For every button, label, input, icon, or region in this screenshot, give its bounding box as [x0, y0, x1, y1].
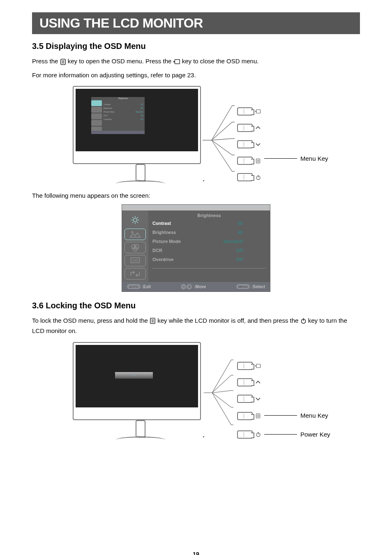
- text-fragment: key to close the OSD menu.: [182, 58, 259, 65]
- osd-row-dcr: DCR Off: [152, 246, 266, 255]
- osd-menu-enlarged: OSD Brightness Contrast 50 Brightness 40: [0, 204, 392, 292]
- source-icon: [255, 363, 261, 368]
- physical-button: [237, 395, 253, 403]
- menu-icon: [255, 413, 261, 419]
- section-3-6-heading: 3.6 Locking the OSD Menu: [32, 301, 360, 310]
- physical-button: [237, 378, 253, 386]
- osd-footer: AUTO :Exit − + :Move MENU :Select: [122, 282, 270, 291]
- text-fragment: To lock the OSD menu, press and hold the: [32, 317, 150, 324]
- button-column: [237, 358, 261, 444]
- osd-hint-button: MENU: [236, 284, 250, 289]
- osd-row-label: Picture Mode: [152, 239, 189, 244]
- monitor-outline: ——— ●Neovo: [73, 342, 208, 440]
- callout-label: Menu Key: [300, 155, 328, 162]
- callout-bracket: [203, 357, 235, 432]
- osd-row-picture-mode: Picture Mode Standard: [152, 237, 266, 246]
- brand-label: ●Neovo: [136, 179, 145, 182]
- osd-title: Brightness: [152, 210, 266, 219]
- osd-row-label: Contrast: [152, 221, 189, 226]
- physical-button: [237, 430, 253, 439]
- chevron-up-icon: [255, 126, 261, 130]
- osd-mini: Brightness Contrast50 Brightness40 Pictu…: [91, 97, 145, 134]
- osd-tab-brightness: [125, 213, 146, 227]
- chevron-down-icon: [255, 397, 261, 401]
- source-icon: [173, 59, 180, 65]
- svg-rect-33: [256, 364, 261, 367]
- osd-row-brightness: Brightness 40: [152, 228, 266, 237]
- callout-menu-key: Menu Key: [264, 412, 328, 419]
- power-icon: [255, 175, 261, 180]
- osd-row-overdrive: Overdrive Off: [152, 255, 266, 264]
- osd-row-contrast: Contrast 50: [152, 219, 266, 228]
- osd-hint-label: :Move: [194, 284, 206, 289]
- osd-row-value: Standard: [214, 239, 243, 244]
- osd-tab-color: [125, 242, 146, 253]
- diagram-osd-lock: ——— ●Neovo: [0, 340, 392, 442]
- osd-row-value: 40: [214, 230, 243, 235]
- callout-label: Menu Key: [300, 412, 328, 419]
- diagram-osd-open: Brightness Contrast50 Brightness40 Pictu…: [0, 84, 392, 183]
- osd-tab-osd: OSD: [125, 255, 146, 266]
- svg-rect-4: [175, 60, 180, 64]
- callout-power-key: Power Key: [264, 431, 330, 438]
- physical-button: [237, 362, 253, 370]
- osd-tab-image: [125, 229, 146, 240]
- osd-row-label: DCR: [152, 248, 189, 253]
- brand-label: ●Neovo: [136, 435, 145, 438]
- button-column: [237, 103, 261, 185]
- svg-line-20: [137, 217, 138, 218]
- svg-text:OSD: OSD: [132, 259, 138, 261]
- svg-line-18: [137, 222, 138, 223]
- page-number: 19: [0, 551, 392, 555]
- svg-point-12: [134, 218, 137, 221]
- chevron-down-icon: [255, 142, 261, 146]
- section-3-5-p3: The following menu appears on the screen…: [32, 190, 360, 201]
- callout-label: Power Key: [300, 431, 330, 438]
- osd-row-label: Overdrive: [152, 257, 189, 262]
- lock-osd-strip: ———: [115, 372, 153, 379]
- osd-sidebar: OSD: [122, 210, 148, 282]
- osd-row-value: Off: [214, 257, 243, 262]
- menu-icon: [60, 59, 66, 65]
- text-fragment: Press the: [32, 58, 60, 65]
- banner-title: USING THE LCD MONITOR: [39, 16, 353, 31]
- svg-line-17: [132, 217, 134, 218]
- text-fragment: key to open the OSD menu. Press the: [68, 58, 173, 65]
- chapter-banner: USING THE LCD MONITOR: [32, 12, 360, 34]
- physical-button: [237, 140, 253, 148]
- physical-button: [237, 107, 253, 116]
- monitor-outline: Brightness Contrast50 Brightness40 Pictu…: [73, 86, 208, 184]
- menu-icon: [150, 318, 156, 324]
- power-icon: [300, 318, 307, 324]
- section-3-6-p1: To lock the OSD menu, press and hold the…: [32, 315, 360, 336]
- svg-rect-5: [256, 110, 261, 113]
- osd-row-value: Off: [214, 248, 243, 253]
- text-fragment: key while the LCD monitor is off, and th…: [157, 317, 300, 324]
- osd-hint-label: :Select: [251, 284, 265, 289]
- osd-hint-button: +: [187, 284, 192, 289]
- physical-button: [237, 173, 253, 181]
- chevron-up-icon: [255, 380, 261, 384]
- osd-row-value: 50: [214, 221, 243, 226]
- source-icon: [255, 109, 261, 114]
- svg-point-21: [131, 231, 133, 233]
- physical-button: [237, 412, 253, 420]
- osd-hint-button: −: [181, 284, 186, 289]
- section-3-5-heading: 3.5 Displaying the OSD Menu: [32, 42, 360, 51]
- osd-hint-label: :Exit: [142, 284, 151, 289]
- osd-mini-title: Brightness: [104, 97, 143, 99]
- physical-button: [237, 124, 253, 132]
- section-3-5-p2: For more information on adjusting settin…: [32, 70, 360, 81]
- section-3-5-p1: Press the key to open the OSD menu. Pres…: [32, 56, 360, 67]
- osd-tab-reset: [125, 268, 146, 280]
- osd-hint-button: AUTO: [127, 284, 141, 289]
- menu-icon: [255, 158, 261, 164]
- osd-row-label: Brightness: [152, 230, 189, 235]
- power-icon: [255, 432, 261, 437]
- svg-line-19: [132, 222, 134, 223]
- callout-bracket: [203, 102, 235, 178]
- callout-menu-key: Menu Key: [264, 155, 328, 162]
- physical-button: [237, 157, 253, 165]
